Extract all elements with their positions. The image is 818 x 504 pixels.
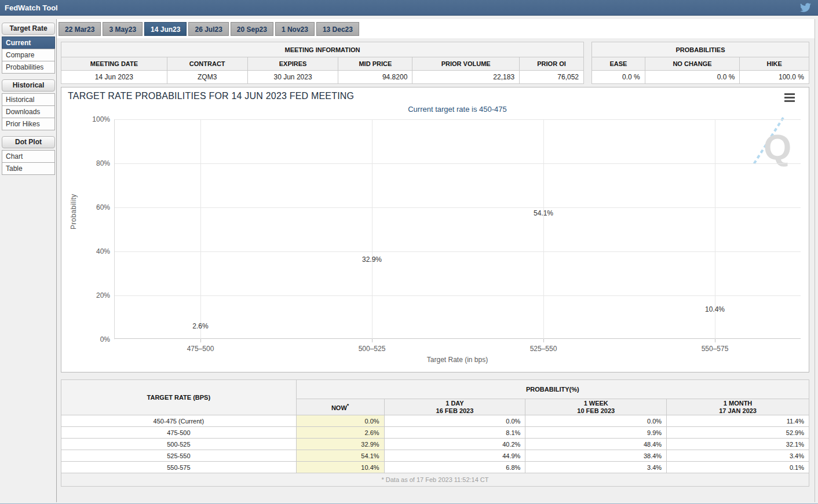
table-row: 550-575 10.4% 6.8% 3.4% 0.1% — [61, 462, 809, 473]
week-cell: 38.4% — [525, 450, 667, 462]
now-cell: 32.9% — [296, 439, 384, 450]
tab-3may23[interactable]: 3 May23 — [103, 22, 143, 36]
ease-value: 0.0 % — [592, 71, 645, 84]
table-row: 450-475 (Current) 0.0% 0.0% 0.0% 11.4% — [61, 415, 809, 427]
sidebar-item-compare[interactable]: Compare — [2, 49, 55, 61]
rate-cell: 550-575 — [61, 462, 297, 473]
col-target-rate-bps: TARGET RATE (BPS) — [61, 380, 297, 415]
probabilities-table: PROBABILITIES EASE NO CHANGE HIKE 0.0 % … — [591, 42, 809, 84]
tab-1nov23[interactable]: 1 Nov23 — [275, 22, 315, 36]
y-tick-60: 60% — [81, 203, 110, 211]
contract-value: ZQM3 — [167, 71, 247, 84]
y-tick-100: 100% — [81, 115, 110, 123]
now-cell: 2.6% — [296, 427, 384, 439]
tab-22mar23[interactable]: 22 Mar23 — [59, 22, 101, 36]
x-cat-550-575: 550–575 — [669, 345, 761, 353]
now-cell: 54.1% — [296, 450, 384, 462]
now-cell: 10.4% — [296, 462, 384, 473]
sidebar-item-table[interactable]: Table — [2, 162, 55, 175]
sidebar-item-chart[interactable]: Chart — [2, 150, 55, 163]
day-cell: 0.0% — [384, 415, 525, 427]
plot-area: 100% 80% 60% 40% 20% 0% 2.6% 32.9% 54.1% — [114, 119, 801, 339]
x-cat-500-525: 500–525 — [326, 345, 418, 353]
col-expires: EXPIRES — [247, 57, 338, 71]
probability-history-table: TARGET RATE (BPS) PROBABILITY(%) NOW* 1 … — [61, 379, 809, 487]
week-cell: 0.0% — [525, 415, 667, 427]
col-contract: CONTRACT — [167, 57, 247, 71]
col-1-month: 1 MONTH17 JAN 2023 — [667, 399, 809, 415]
bar-475-500[interactable]: 2.6% — [166, 333, 235, 339]
tab-26jul23[interactable]: 26 Jul23 — [188, 22, 228, 36]
day-cell: 44.9% — [384, 450, 525, 462]
col-prior-oi: PRIOR OI — [520, 57, 584, 71]
rate-cell: 475-500 — [61, 427, 297, 439]
table-row: 500-525 32.9% 40.2% 48.4% 32.1% — [61, 439, 809, 450]
chart-menu-icon[interactable] — [784, 93, 795, 104]
bar-label-500-525: 32.9% — [314, 255, 430, 264]
top-bar: FedWatch Tool — [0, 0, 818, 16]
week-cell: 48.4% — [525, 439, 667, 450]
sidebar-item-prior-hikes[interactable]: Prior Hikes — [2, 118, 55, 130]
bar-500-525[interactable]: 32.9% — [337, 266, 407, 339]
sidebar-section-historical: Historical — [2, 79, 55, 92]
sidebar-section-target-rate: Target Rate — [2, 23, 55, 35]
month-cell: 3.4% — [667, 450, 809, 462]
col-1-day: 1 DAY16 FEB 2023 — [384, 399, 525, 415]
mid-price-value: 94.8200 — [338, 71, 412, 84]
table-row: 525-550 54.1% 44.9% 38.4% 3.4% — [61, 450, 809, 462]
col-probability-group: PROBABILITY(%) — [296, 380, 809, 399]
bar-label-475-500: 2.6% — [143, 322, 258, 330]
probability-chart: TARGET RATE PROBABILITIES FOR 14 JUN 202… — [61, 87, 809, 372]
chart-subtitle: Current target rate is 450-475 — [114, 105, 801, 114]
sidebar-item-downloads[interactable]: Downloads — [2, 105, 55, 118]
bar-label-550-575: 10.4% — [657, 305, 773, 313]
week-cell: 9.9% — [525, 427, 667, 439]
col-prior-volume: PRIOR VOLUME — [412, 57, 520, 71]
y-axis-title: Probability — [70, 193, 78, 229]
sidebar-section-dot-plot: Dot Plot — [2, 136, 55, 148]
probabilities-title: PROBABILITIES — [592, 42, 809, 57]
col-1-week: 1 WEEK10 FEB 2023 — [525, 399, 667, 415]
x-cat-525-550: 525–550 — [497, 345, 590, 353]
twitter-icon[interactable] — [800, 3, 811, 12]
sidebar-item-probabilities[interactable]: Probabilities — [2, 61, 55, 74]
sidebar-item-historical[interactable]: Historical — [2, 93, 55, 106]
prior-oi-value: 76,052 — [520, 71, 584, 84]
hike-value: 100.0 % — [740, 71, 809, 84]
tab-20sep23[interactable]: 20 Sep23 — [231, 22, 273, 36]
week-cell: 3.4% — [525, 462, 667, 473]
x-cat-475-500: 475–500 — [154, 345, 247, 353]
bar-525-550[interactable]: 54.1% — [509, 220, 578, 339]
month-cell: 52.9% — [667, 427, 809, 439]
month-cell: 11.4% — [667, 415, 809, 427]
rate-cell: 500-525 — [61, 439, 297, 450]
app-title: FedWatch Tool — [5, 3, 58, 12]
day-cell: 8.1% — [384, 427, 525, 439]
y-tick-80: 80% — [81, 159, 110, 167]
fedwatch-app: FedWatch Tool Target Rate Current Compar… — [0, 0, 818, 504]
col-now: NOW* — [296, 399, 384, 415]
meeting-date-tabs: 22 Mar23 3 May23 14 Jun23 26 Jul23 20 Se… — [59, 22, 361, 36]
tab-13dec23[interactable]: 13 Dec23 — [316, 22, 359, 36]
col-ease: EASE — [592, 57, 645, 71]
x-axis-title: Target Rate (in bps) — [114, 356, 801, 364]
bar-550-575[interactable]: 10.4% — [680, 316, 750, 339]
table-row: 475-500 2.6% 8.1% 9.9% 52.9% — [61, 427, 809, 439]
no-change-value: 0.0 % — [645, 71, 740, 84]
day-cell: 40.2% — [384, 439, 525, 450]
expires-value: 30 Jun 2023 — [247, 71, 338, 84]
rate-cell: 525-550 — [61, 450, 297, 462]
sidebar-item-current[interactable]: Current — [2, 36, 55, 49]
sidebar: Target Rate Current Compare Probabilitie… — [2, 23, 55, 175]
col-no-change: NO CHANGE — [645, 57, 740, 71]
day-cell: 6.8% — [384, 462, 525, 473]
col-mid-price: MID PRICE — [338, 57, 412, 71]
month-cell: 0.1% — [667, 462, 809, 473]
tab-14jun23[interactable]: 14 Jun23 — [144, 22, 187, 36]
chart-title: TARGET RATE PROBABILITIES FOR 14 JUN 202… — [68, 91, 354, 101]
y-tick-20: 20% — [81, 291, 110, 300]
meeting-information-table: MEETING INFORMATION MEETING DATE CONTRAC… — [61, 42, 584, 84]
meeting-info-title: MEETING INFORMATION — [61, 42, 584, 57]
y-tick-0: 0% — [81, 335, 110, 344]
meeting-date-value: 14 Jun 2023 — [61, 71, 167, 84]
